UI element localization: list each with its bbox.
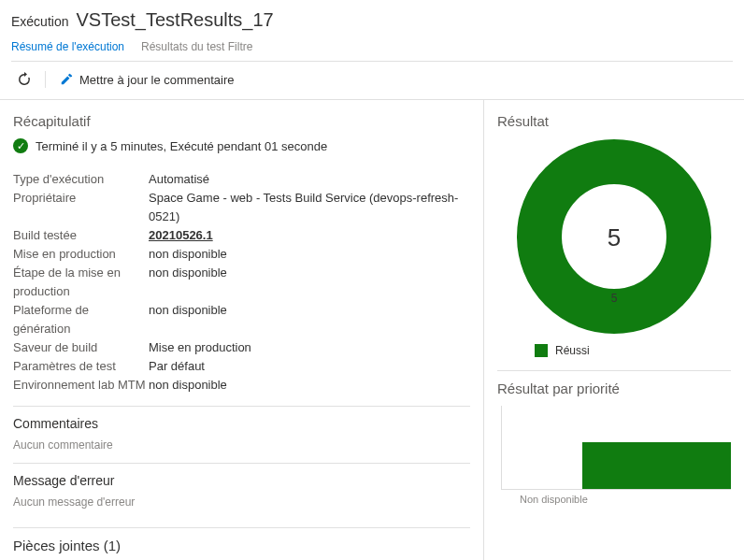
status-text: Terminé il y a 5 minutes, Exécuté pendan…: [36, 139, 327, 153]
attachments-title: Pièces jointes (1): [13, 538, 470, 553]
execution-name: VSTest_TestResults_17: [76, 9, 273, 31]
type-label: Type d'exécution: [13, 170, 149, 189]
divider: [13, 527, 470, 528]
result-donut: 5 5: [497, 138, 731, 335]
platform-value: non disponible: [149, 301, 227, 338]
divider: [497, 370, 731, 371]
donut-passed-count: 5: [611, 292, 618, 305]
owner-label: Propriétaire: [13, 189, 149, 226]
release-value: non disponible: [149, 245, 227, 264]
tab-filter[interactable]: Résultats du test Filtre: [141, 40, 252, 53]
toolbar-divider: [45, 71, 46, 88]
page-title-row: Exécution VSTest_TestResults_17: [11, 9, 733, 31]
flavor-label: Saveur de build: [13, 338, 149, 357]
summary-title: Récapitulatif: [13, 113, 470, 129]
build-label: Build testée: [13, 226, 149, 245]
status-row: Terminé il y a 5 minutes, Exécuté pendan…: [13, 138, 470, 153]
type-value: Automatisé: [149, 170, 209, 189]
divider: [13, 463, 470, 464]
release-label: Mise en production: [13, 245, 149, 264]
priority-title: Résultat par priorité: [497, 381, 731, 396]
divider: [13, 406, 470, 407]
update-comment-label: Mettre à jour le commentaire: [79, 73, 234, 87]
update-comment-button[interactable]: Mettre à jour le commentaire: [59, 72, 234, 87]
refresh-icon[interactable]: [17, 72, 32, 87]
result-legend: Réussi: [497, 344, 731, 357]
priority-bar: [582, 442, 731, 489]
comments-title: Commentaires: [13, 416, 470, 431]
success-icon: [13, 138, 28, 153]
flavor-value: Mise en production: [149, 338, 251, 357]
error-empty: Aucun message d'erreur: [13, 495, 470, 509]
priority-label: Non disponible: [520, 494, 731, 505]
comments-empty: Aucun commentaire: [13, 438, 470, 452]
owner-value: Space Game - web - Tests Build Service (…: [149, 189, 470, 226]
error-title: Message d'erreur: [13, 473, 470, 488]
toolbar: Mettre à jour le commentaire: [0, 62, 744, 100]
donut-total: 5: [608, 223, 621, 251]
tab-summary[interactable]: Résumé de l'exécution: [11, 40, 124, 53]
build-value[interactable]: 20210526.1: [149, 226, 213, 245]
stage-label: Étape de la mise en production: [13, 264, 149, 301]
lab-label: Environnement lab MTM: [13, 376, 149, 395]
legend-swatch-passed: [535, 344, 548, 357]
params-label: Paramètres de test: [13, 357, 149, 376]
execution-label: Exécution: [11, 14, 68, 29]
result-title: Résultat: [497, 113, 731, 129]
priority-chart: [501, 406, 731, 490]
platform-label: Plateforme de génération: [13, 301, 149, 338]
lab-value: non disponible: [149, 376, 227, 395]
pencil-icon: [59, 72, 74, 87]
tabs: Résumé de l'exécution Résultats du test …: [11, 40, 733, 62]
legend-passed: Réussi: [555, 344, 590, 357]
stage-value: non disponible: [149, 264, 227, 301]
params-value: Par défaut: [149, 357, 205, 376]
